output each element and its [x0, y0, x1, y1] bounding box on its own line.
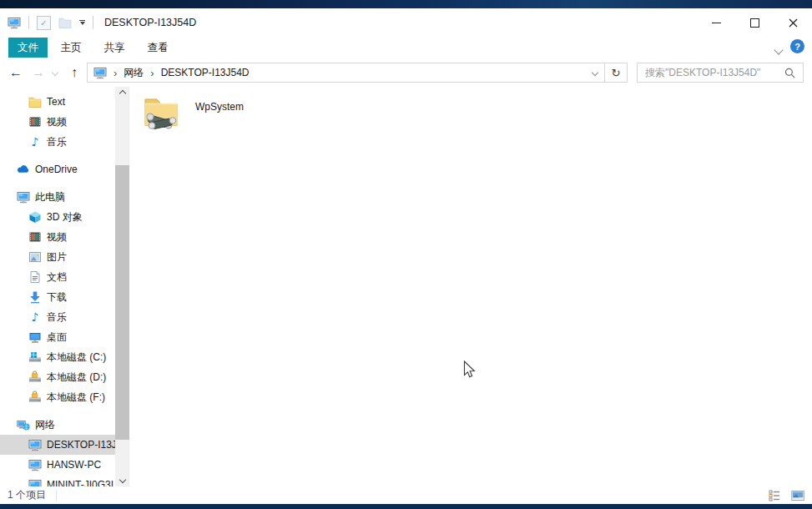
- chevron-down-icon: [592, 69, 598, 76]
- search-input[interactable]: [638, 67, 784, 78]
- sidebar-item-music[interactable]: ♪ 音乐: [0, 132, 115, 152]
- minimize-icon: [712, 23, 721, 23]
- breadcrumb-separator-icon: ›: [113, 68, 117, 78]
- drive-lock-icon: [28, 391, 42, 404]
- up-button[interactable]: ↑: [63, 58, 85, 87]
- ribbon-tab-bar: 文件 主页 共享 查看 ?: [0, 37, 812, 59]
- recent-locations-button[interactable]: [48, 58, 62, 87]
- chevron-down-icon: [119, 476, 125, 483]
- search-box[interactable]: [637, 63, 804, 83]
- breadcrumb-separator-icon: ›: [150, 68, 154, 78]
- file-explorer-window: ✓ DESKTOP-I13J54D 文件 主页 共享 查看 ? ← → ↑: [0, 0, 812, 509]
- view-switcher: [767, 486, 805, 504]
- sidebar-item-minint-ji0g3i[interactable]: MININT-JI0G3I: [0, 475, 115, 486]
- address-history-dropdown[interactable]: [586, 63, 604, 82]
- expand-ribbon-button[interactable]: [775, 42, 782, 57]
- refresh-button[interactable]: ↻: [604, 63, 627, 82]
- computer-icon[interactable]: [93, 66, 107, 79]
- sidebar-item-hansw-pc[interactable]: HANSW-PC: [0, 455, 115, 475]
- folder-icon: [28, 95, 42, 108]
- explorer-body: Text 视频 ♪ 音乐 OneDrive 此电脑 3D 对象 视频: [0, 87, 812, 486]
- picture-icon: [28, 250, 42, 264]
- desktop-wallpaper-top: [0, 0, 812, 8]
- music-icon: ♪: [28, 310, 42, 324]
- window-controls: [697, 8, 812, 37]
- quick-access-toolbar: ✓ DESKTOP-I13J54D: [0, 16, 196, 30]
- chevron-down-icon: [774, 45, 783, 54]
- file-item-wpsystem[interactable]: WpSystem: [141, 92, 244, 132]
- maximize-button[interactable]: [735, 8, 774, 37]
- thumbnail-view-icon: [791, 489, 804, 502]
- sidebar-item-local-disk-f[interactable]: 本地磁盘 (F:): [0, 387, 115, 407]
- computer-icon: [28, 438, 42, 451]
- drive-lock-icon: [28, 370, 42, 384]
- video-icon: [28, 115, 42, 129]
- sidebar-scrollbar[interactable]: [115, 87, 129, 486]
- maximize-icon: [750, 18, 759, 28]
- breadcrumb-desktop-i13j54d[interactable]: DESKTOP-I13J54D: [161, 67, 250, 78]
- desktop-wallpaper-bottom: [0, 504, 812, 509]
- status-divider: [56, 490, 57, 501]
- sidebar-item-videos[interactable]: 视频: [0, 227, 115, 247]
- back-button[interactable]: ←: [5, 58, 27, 87]
- details-view-icon: [769, 489, 781, 501]
- chevron-down-icon: [52, 69, 58, 76]
- breadcrumb-network[interactable]: 网络: [124, 66, 144, 80]
- sidebar-item-text[interactable]: Text: [0, 92, 115, 112]
- title-bar[interactable]: ✓ DESKTOP-I13J54D: [0, 8, 812, 37]
- video-icon: [28, 230, 42, 244]
- sidebar-item-network[interactable]: 网络: [0, 415, 115, 435]
- sidebar-item-this-pc[interactable]: 此电脑: [0, 187, 115, 207]
- close-button[interactable]: [774, 8, 812, 37]
- toolbar-divider: [93, 16, 93, 29]
- computer-icon: [17, 190, 30, 204]
- search-icon[interactable]: [784, 67, 803, 79]
- scroll-down-button[interactable]: [115, 473, 129, 486]
- desktop-icon: [28, 330, 42, 344]
- file-name: WpSystem: [195, 101, 244, 113]
- sidebar-item-music[interactable]: ♪ 音乐: [0, 307, 115, 327]
- computer-icon: [28, 478, 42, 486]
- tab-home[interactable]: 主页: [54, 38, 88, 58]
- close-icon: [789, 18, 798, 28]
- navigation-bar: ← → ↑ › 网络 › DESKTOP-I13J54D ↻: [0, 58, 812, 87]
- minimize-button[interactable]: [697, 8, 735, 37]
- file-list-area[interactable]: WpSystem: [129, 87, 812, 486]
- sidebar-item-local-disk-c[interactable]: 本地磁盘 (C:): [0, 347, 115, 367]
- tab-view[interactable]: 查看: [141, 38, 174, 58]
- navigation-pane: Text 视频 ♪ 音乐 OneDrive 此电脑 3D 对象 视频: [0, 87, 115, 486]
- sidebar-item-onedrive[interactable]: OneDrive: [0, 159, 115, 179]
- details-view-button[interactable]: [767, 488, 782, 503]
- window-title: DESKTOP-I13J54D: [104, 17, 196, 28]
- tab-file[interactable]: 文件: [8, 38, 48, 58]
- onedrive-cloud-icon: [17, 163, 30, 176]
- sidebar-item-videos[interactable]: 视频: [0, 112, 115, 132]
- sidebar-item-downloads[interactable]: 下载: [0, 287, 115, 307]
- address-bar[interactable]: › 网络 › DESKTOP-I13J54D ↻: [87, 63, 628, 83]
- help-button[interactable]: ?: [790, 39, 804, 53]
- sidebar-item-desktop-i13j54d[interactable]: DESKTOP-I13J5: [0, 435, 115, 455]
- thumbnail-view-button[interactable]: [790, 488, 805, 503]
- scrollbar-thumb[interactable]: [115, 165, 129, 440]
- sidebar-item-documents[interactable]: 文档: [0, 267, 115, 287]
- sidebar-item-pictures[interactable]: 图片: [0, 247, 115, 267]
- explorer-computer-icon: [8, 16, 21, 29]
- network-icon: [17, 418, 30, 431]
- new-folder-icon[interactable]: [58, 16, 72, 29]
- forward-button[interactable]: →: [28, 58, 48, 87]
- 3d-cube-icon: [28, 210, 42, 224]
- properties-check-icon[interactable]: ✓: [37, 16, 51, 30]
- tab-share[interactable]: 共享: [98, 38, 131, 58]
- download-icon: [28, 290, 42, 304]
- computer-icon: [28, 458, 42, 471]
- mouse-cursor: [463, 360, 477, 382]
- sidebar-item-local-disk-d[interactable]: 本地磁盘 (D:): [0, 367, 115, 387]
- music-icon: ♪: [28, 135, 42, 149]
- sidebar-item-desktop[interactable]: 桌面: [0, 327, 115, 347]
- shared-folder-icon: [141, 92, 181, 132]
- toolbar-divider: [28, 16, 29, 29]
- document-icon: [28, 270, 42, 284]
- sidebar-item-3d-objects[interactable]: 3D 对象: [0, 207, 115, 227]
- customize-toolbar-dropdown-icon[interactable]: [79, 20, 85, 25]
- scroll-up-button[interactable]: [115, 87, 129, 100]
